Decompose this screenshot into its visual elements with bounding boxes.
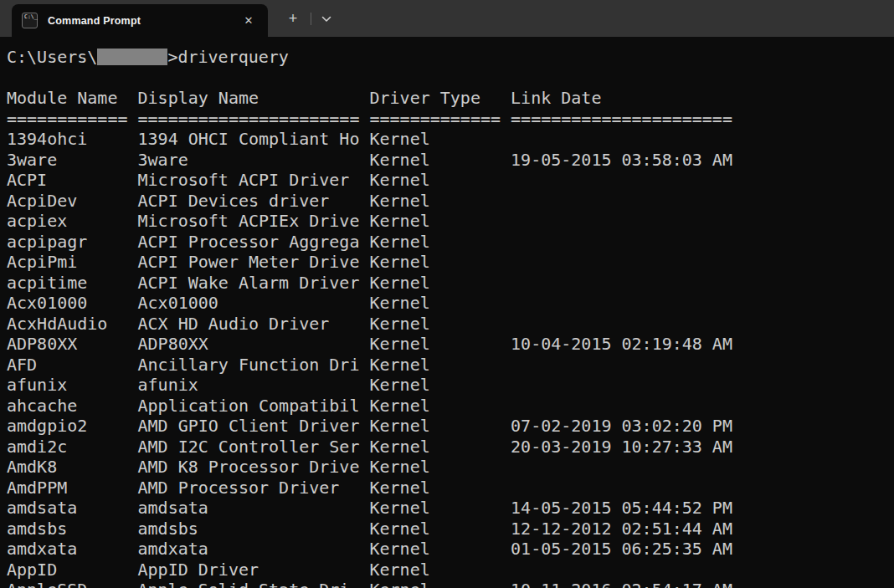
driver-row: amdsbs amdsbs Kernel 12-12-2012 02:51:44… xyxy=(7,519,894,539)
driver-row: AmdPPM AMD Processor Driver Kernel xyxy=(7,478,894,499)
tab-close-button[interactable]: ✕ xyxy=(236,10,261,32)
driverquery-output: Module Name Display Name Driver Type Lin… xyxy=(7,88,894,588)
driver-row: ACPI Microsoft ACPI Driver Kernel xyxy=(7,170,894,191)
driver-row: amdxata amdxata Kernel 01-05-2015 06:25:… xyxy=(7,539,894,560)
driver-row: acpipagr ACPI Processor Aggrega Kernel xyxy=(7,232,894,253)
driver-row: AcxHdAudio ACX HD Audio Driver Kernel xyxy=(7,314,894,335)
titlebar: C:\_ Command Prompt ✕ + xyxy=(0,0,894,37)
table-separator-line: ============ ====================== ====… xyxy=(7,109,894,130)
prompt-line: C:\Users\>driverquery xyxy=(7,47,894,68)
driver-row: acpiex Microsoft ACPIEx Drive Kernel xyxy=(7,211,894,232)
tab-command-prompt[interactable]: C:\_ Command Prompt ✕ xyxy=(12,4,268,37)
driver-row: AppID AppID Driver Kernel xyxy=(7,560,894,580)
driver-row: amdi2c AMD I2C Controller Ser Kernel 20-… xyxy=(7,437,894,458)
driver-row: acpitime ACPI Wake Alarm Driver Kernel xyxy=(7,273,894,294)
terminal-window: C:\_ Command Prompt ✕ + C:\Users\>driver… xyxy=(0,0,894,588)
chevron-down-icon xyxy=(321,16,331,23)
prompt-command: >driverquery xyxy=(167,47,289,67)
redacted-username xyxy=(97,49,167,65)
driver-row: Acx01000 Acx01000 Kernel xyxy=(7,293,894,314)
table-header-line: Module Name Display Name Driver Type Lin… xyxy=(7,88,894,109)
tab-dropdown-button[interactable] xyxy=(314,7,339,31)
prompt-path: C:\Users\ xyxy=(7,47,97,67)
driver-row: AppleSSD Apple Solid State Dri Kernel 10… xyxy=(7,580,894,588)
cmd-icon: C:\_ xyxy=(22,13,38,28)
driver-row: AcpiDev ACPI Devices driver Kernel xyxy=(7,191,894,212)
tab-title: Command Prompt xyxy=(48,15,141,27)
driver-row: afunix afunix Kernel xyxy=(7,375,894,396)
driver-row: amdsata amdsata Kernel 14-05-2015 05:44:… xyxy=(7,498,894,519)
driver-row: amdgpio2 AMD GPIO Client Driver Kernel 0… xyxy=(7,416,894,437)
driver-row: ahcache Application Compatibil Kernel xyxy=(7,396,894,417)
cmd-icon-glyph: C:\_ xyxy=(24,14,38,20)
blank-line xyxy=(7,68,894,89)
driver-row: 3ware 3ware Kernel 19-05-2015 03:58:03 A… xyxy=(7,150,894,171)
driver-row: AmdK8 AMD K8 Processor Drive Kernel xyxy=(7,457,894,478)
driver-row: 1394ohci 1394 OHCI Compliant Ho Kernel xyxy=(7,129,894,150)
driver-row: AFD Ancillary Function Dri Kernel xyxy=(7,355,894,376)
terminal[interactable]: C:\Users\>driverquery Module Name Displa… xyxy=(0,37,894,588)
new-tab-button[interactable]: + xyxy=(279,7,307,31)
driver-row: ADP80XX ADP80XX Kernel 10-04-2015 02:19:… xyxy=(7,334,894,355)
driver-row: AcpiPmi ACPI Power Meter Drive Kernel xyxy=(7,252,894,273)
divider xyxy=(311,13,311,25)
